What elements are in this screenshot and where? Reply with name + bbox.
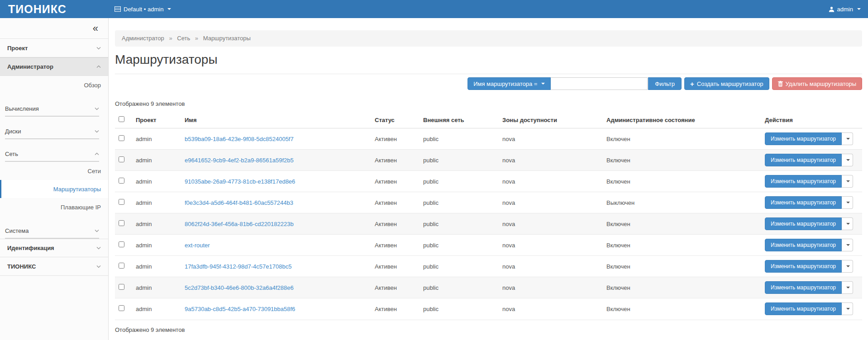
sidebar-section-admin[interactable]: Администратор bbox=[0, 57, 108, 76]
row-actions-dropdown[interactable] bbox=[842, 239, 853, 251]
cell-external-network: public bbox=[420, 256, 499, 277]
create-router-button[interactable]: + Создать маршрутизатор bbox=[684, 77, 769, 90]
router-name-link[interactable]: e9641652-9cb9-4ef2-b2a9-86561a59f2b5 bbox=[185, 157, 294, 164]
sidebar-item-floating-ips[interactable]: Плавающие IP bbox=[0, 198, 108, 216]
cell-availability-zones: nova bbox=[499, 298, 603, 320]
cell-admin-state: Выключен bbox=[603, 192, 761, 213]
chevron-down-icon bbox=[846, 223, 850, 225]
router-name-link[interactable]: 17fa3dfb-945f-4312-98d7-4c57e1708bc5 bbox=[185, 263, 291, 270]
cell-external-network: public bbox=[420, 171, 499, 192]
edit-router-button[interactable]: Изменить маршрутизатор bbox=[765, 175, 842, 188]
table-footer: Отображено 9 элементов bbox=[115, 320, 862, 333]
trash-icon bbox=[778, 81, 783, 87]
router-name-link[interactable]: 8062f24d-36ef-456a-81b6-cd220182223b bbox=[185, 221, 294, 227]
router-table-row: admin f0e3c3d4-a5d6-464f-b481-60ac557244… bbox=[115, 192, 862, 213]
table-header-row: Проект Имя Статус Внешняя сеть Зоны дост… bbox=[115, 112, 862, 128]
row-actions: Изменить маршрутизатор bbox=[765, 154, 853, 166]
row-actions: Изменить маршрутизатор bbox=[765, 260, 853, 273]
router-name-link[interactable]: 5c2d73bf-b340-46e6-800b-32a6a4f288e6 bbox=[185, 284, 294, 291]
delete-routers-button[interactable]: Удалить маршрутизаторы bbox=[772, 77, 862, 90]
row-select-checkbox[interactable] bbox=[119, 156, 124, 162]
sidebar-item-networks[interactable]: Сети bbox=[0, 162, 108, 180]
edit-router-button[interactable]: Изменить маршрутизатор bbox=[765, 154, 842, 166]
context-switcher-label: Default • admin bbox=[124, 6, 163, 13]
edit-router-button[interactable]: Изменить маршрутизатор bbox=[765, 132, 842, 145]
filter-button[interactable]: Фильтр bbox=[648, 77, 682, 90]
row-actions-dropdown[interactable] bbox=[842, 175, 853, 188]
user-menu[interactable]: admin bbox=[829, 6, 868, 13]
column-header-name: Имя bbox=[181, 112, 371, 128]
cell-status: Активен bbox=[371, 277, 420, 298]
filter-field-dropdown[interactable]: Имя маршрутизатора = bbox=[467, 77, 551, 90]
edit-router-button[interactable]: Изменить маршрутизатор bbox=[765, 217, 842, 230]
row-actions-dropdown[interactable] bbox=[842, 217, 853, 230]
row-select-checkbox[interactable] bbox=[119, 263, 124, 269]
row-actions: Изменить маршрутизатор bbox=[765, 175, 853, 188]
sidebar-section-project[interactable]: Проект bbox=[0, 39, 108, 57]
sidebar-collapse-button[interactable]: « bbox=[0, 18, 108, 39]
router-name-link[interactable]: f0e3c3d4-a5d6-464f-b481-60ac557244b3 bbox=[185, 199, 293, 206]
sidebar-section-tionix[interactable]: ТИОНИКС bbox=[0, 257, 108, 276]
header-divider bbox=[115, 74, 862, 74]
cell-status: Активен bbox=[371, 213, 420, 235]
cell-admin-state: Включен bbox=[603, 298, 761, 320]
column-header-availability-zones: Зоны доступности bbox=[499, 112, 603, 128]
main-content: Администратор » Сеть » Маршрутизаторы Ма… bbox=[109, 18, 868, 340]
cell-status: Активен bbox=[371, 192, 420, 213]
router-name-link[interactable]: ext-router bbox=[185, 242, 210, 249]
edit-router-button[interactable]: Изменить маршрутизатор bbox=[765, 281, 842, 294]
breadcrumb-item-admin[interactable]: Администратор bbox=[122, 35, 164, 42]
router-table-row: admin 17fa3dfb-945f-4312-98d7-4c57e1708b… bbox=[115, 256, 862, 277]
create-router-label: Создать маршрутизатор bbox=[697, 80, 763, 87]
sidebar-group-network[interactable]: Сеть bbox=[0, 139, 108, 162]
row-actions-dropdown[interactable] bbox=[842, 260, 853, 273]
cell-availability-zones: nova bbox=[499, 213, 603, 235]
row-select-checkbox[interactable] bbox=[119, 178, 124, 184]
chevron-down-icon bbox=[846, 180, 850, 182]
router-name-link[interactable]: 91035abe-26a9-4773-81cb-e138f17ed8e6 bbox=[185, 178, 295, 185]
cell-admin-state: Включен bbox=[603, 171, 761, 192]
context-switcher[interactable]: Default • admin bbox=[109, 6, 171, 13]
section-label: Администратор bbox=[7, 63, 53, 70]
breadcrumb-item-network[interactable]: Сеть bbox=[177, 35, 190, 42]
cell-status: Активен bbox=[371, 128, 420, 150]
brand-logo[interactable]: ТИОНИКС bbox=[0, 0, 109, 18]
router-name-link[interactable]: b539ba09-18a6-423e-9f08-5dc8524005f7 bbox=[185, 136, 294, 142]
row-actions-dropdown[interactable] bbox=[842, 132, 853, 145]
row-select-checkbox[interactable] bbox=[119, 241, 124, 247]
sidebar-group-compute[interactable]: Вычисления bbox=[0, 94, 108, 117]
row-actions-dropdown[interactable] bbox=[842, 281, 853, 294]
row-select-checkbox[interactable] bbox=[119, 305, 124, 311]
breadcrumb-item-current: Маршрутизаторы bbox=[203, 35, 251, 42]
breadcrumb-separator: » bbox=[169, 35, 172, 42]
row-select-checkbox[interactable] bbox=[119, 220, 124, 226]
cell-external-network: public bbox=[420, 213, 499, 235]
router-table-row: admin b539ba09-18a6-423e-9f08-5dc8524005… bbox=[115, 128, 862, 150]
row-select-checkbox[interactable] bbox=[119, 284, 124, 290]
edit-router-button[interactable]: Изменить маршрутизатор bbox=[765, 302, 842, 315]
row-actions-dropdown[interactable] bbox=[842, 302, 853, 315]
chevron-down-icon bbox=[541, 83, 545, 85]
sidebar-item-routers[interactable]: Маршрутизаторы bbox=[0, 180, 108, 198]
table-toolbar: Имя маршрутизатора = Фильтр + Создать ма… bbox=[115, 77, 862, 90]
row-actions-dropdown[interactable] bbox=[842, 154, 853, 166]
sidebar-section-identity[interactable]: Идентификация bbox=[0, 239, 108, 257]
select-all-checkbox[interactable] bbox=[119, 116, 124, 122]
row-actions: Изменить маршрутизатор bbox=[765, 217, 853, 230]
row-select-checkbox[interactable] bbox=[119, 135, 124, 141]
edit-router-button[interactable]: Изменить маршрутизатор bbox=[765, 239, 842, 251]
chevron-down-icon bbox=[167, 8, 171, 10]
plus-icon: + bbox=[690, 80, 694, 87]
chevron-down-icon bbox=[95, 130, 99, 133]
row-actions-dropdown[interactable] bbox=[842, 196, 853, 209]
row-select-checkbox[interactable] bbox=[119, 199, 124, 205]
router-name-link[interactable]: 9a5730ab-c8d5-42b5-a470-73091bba58f6 bbox=[185, 306, 295, 312]
sidebar-group-volumes[interactable]: Диски bbox=[0, 117, 108, 139]
chevron-down-icon bbox=[95, 229, 99, 232]
sidebar-group-system[interactable]: Система bbox=[0, 216, 108, 239]
edit-router-button[interactable]: Изменить маршрутизатор bbox=[765, 196, 842, 209]
sidebar-item-overview[interactable]: Обзор bbox=[0, 76, 108, 94]
edit-router-button[interactable]: Изменить маршрутизатор bbox=[765, 260, 842, 273]
cell-external-network: public bbox=[420, 128, 499, 150]
filter-search-input[interactable] bbox=[551, 77, 648, 90]
